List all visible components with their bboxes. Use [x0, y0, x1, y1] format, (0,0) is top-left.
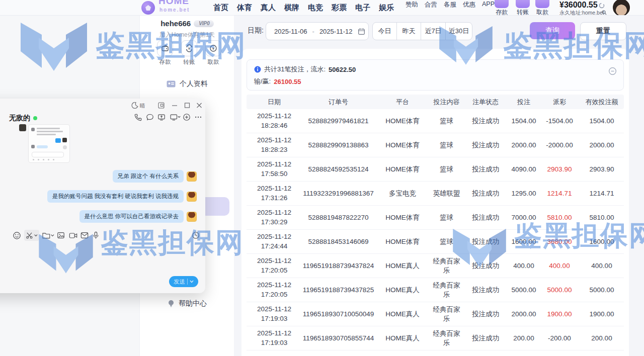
- screen-share-icon[interactable]: [157, 113, 166, 121]
- quick-link-1[interactable]: 合营: [425, 1, 437, 9]
- send-button[interactable]: 发送: [169, 276, 198, 287]
- sidebar-transfer-button[interactable]: ¥ 转账: [181, 40, 197, 66]
- date-to-value[interactable]: 2025-11-12: [319, 28, 353, 35]
- cell-datetime: 2025-11-1217:24:44: [247, 230, 302, 253]
- quick-link-3[interactable]: 优惠: [463, 1, 475, 9]
- microphone-icon[interactable]: [90, 230, 101, 241]
- cell-payout: 1214.71: [539, 182, 580, 205]
- topbar-deposit-label: 存款: [495, 8, 509, 16]
- emoji-icon[interactable]: [11, 230, 22, 241]
- refresh-balance-icon[interactable]: [599, 3, 605, 9]
- topbar-transfer-button[interactable]: 转账: [516, 0, 530, 16]
- reset-button[interactable]: 重置: [580, 22, 626, 40]
- range-today[interactable]: 今日: [373, 23, 396, 40]
- user-chat-avatar[interactable]: [187, 212, 197, 222]
- table-row: 2025-11-1218:28:465288829979461821HOME体育…: [247, 109, 624, 133]
- quoted-screenshot-image[interactable]: [28, 124, 70, 163]
- user-chat-avatar[interactable]: [187, 171, 197, 182]
- file-folder-icon[interactable]: [41, 230, 55, 241]
- cell-payout: 400.00: [539, 254, 580, 278]
- contact-avatar[interactable]: [19, 124, 26, 131]
- wallet-withdraw-icon: ¥: [205, 40, 221, 56]
- search-button[interactable]: 查询: [530, 22, 575, 39]
- date-range-input[interactable]: 2025-11-06 - 2025-11-12: [266, 22, 369, 40]
- cell-datetime: 2025-11-1217:20:05: [247, 254, 302, 278]
- quick-link-4[interactable]: APP: [482, 1, 495, 9]
- range-30days[interactable]: 近30日: [445, 23, 472, 40]
- chat-message-row: 兄弟 跟这个 有什么关系: [113, 170, 197, 183]
- voice-call-icon[interactable]: [134, 113, 142, 121]
- cell-bet-amount: 1295.00: [508, 182, 539, 205]
- screenshot-scissors-icon[interactable]: [24, 230, 39, 241]
- table-row: 2025-11-1217:20:051196519188739437824HOM…: [247, 254, 624, 278]
- table-row: 2025-11-1217:31:261119323291996881367多宝电…: [247, 182, 624, 206]
- video-icon[interactable]: [67, 230, 78, 241]
- cell-bet-content: 经典百家乐: [430, 254, 463, 278]
- chat-bubble-icon[interactable]: [146, 113, 154, 121]
- sidebar-username: hehe666: [160, 19, 191, 28]
- cell-datetime: 2025-11-1217:58:50: [247, 157, 302, 181]
- add-circle-icon[interactable]: [183, 113, 191, 121]
- weather-label: 晴: [140, 103, 145, 110]
- maximize-icon[interactable]: [184, 102, 190, 109]
- sidebar-item-help[interactable]: 帮助中心: [168, 299, 207, 308]
- nav-item-3[interactable]: 棋牌: [284, 3, 299, 13]
- message-card-icon[interactable]: [79, 230, 90, 241]
- cell-status: 投注成功: [463, 133, 508, 157]
- nav-item-2[interactable]: 真人: [261, 3, 276, 13]
- contact-header: 无敌的: [9, 114, 37, 123]
- transfer-icon: [516, 0, 530, 8]
- quick-link-2[interactable]: 各服: [444, 1, 456, 9]
- nav-item-5[interactable]: 彩票: [332, 3, 347, 13]
- cell-bet-content: 篮球: [430, 206, 463, 229]
- sidebar-item-profile[interactable]: 个人资料: [167, 79, 208, 88]
- sidebar-deposit-button[interactable]: 存款: [157, 40, 173, 66]
- message-input-area[interactable]: [6, 243, 199, 273]
- topbar-withdraw-button[interactable]: 取款: [535, 0, 549, 16]
- minimize-icon[interactable]: [172, 102, 178, 109]
- dark-mode-moon-icon[interactable]: [131, 102, 138, 109]
- cell-platform: HOME体育: [375, 230, 430, 253]
- quick-link-0[interactable]: 赞助: [406, 1, 418, 9]
- user-avatar[interactable]: [612, 0, 631, 16]
- table-row: 2025-11-1218:28:235288829909138863HOME体育…: [247, 133, 624, 157]
- send-options-chevron-icon[interactable]: [190, 280, 194, 283]
- nav-item-0[interactable]: 首页: [213, 3, 228, 13]
- nav-item-4[interactable]: 电竞: [308, 3, 323, 13]
- cell-platform: HOME体育: [375, 206, 430, 229]
- cell-bet-content: 经典百家乐: [430, 302, 463, 326]
- user-chat-avatar[interactable]: [187, 192, 197, 202]
- brand-logo-icon[interactable]: [141, 1, 155, 15]
- cell-status: 投注成功: [463, 302, 508, 326]
- cell-valid-amount: 1900.00: [580, 302, 624, 326]
- cell-order-number: 5288829909138863: [302, 133, 375, 157]
- chat-history-clock-icon[interactable]: [190, 230, 201, 241]
- date-from-value[interactable]: 2025-11-06: [274, 28, 307, 35]
- topbar-deposit-button[interactable]: 存款: [495, 0, 509, 16]
- cell-platform: HOME真人: [375, 278, 430, 302]
- close-icon[interactable]: [196, 102, 202, 109]
- range-yesterday[interactable]: 昨天: [396, 23, 421, 40]
- more-options-icon[interactable]: [194, 113, 202, 121]
- calendar-icon[interactable]: [358, 28, 365, 35]
- image-icon[interactable]: [55, 230, 66, 241]
- search-icon[interactable]: [602, 10, 607, 15]
- sidebar-withdraw-button[interactable]: ¥ 取款: [205, 40, 221, 66]
- cell-valid-amount: 1504.00: [580, 109, 624, 133]
- cell-platform: HOME体育: [375, 109, 430, 133]
- remote-control-icon[interactable]: [170, 113, 181, 121]
- send-button-label: 发送: [174, 278, 185, 286]
- main-nav: 首页体育真人棋牌电竞彩票电子娱乐: [213, 3, 394, 13]
- range-7days[interactable]: 近7日: [421, 23, 445, 40]
- cell-platform: HOME体育: [375, 157, 430, 181]
- nav-item-1[interactable]: 体育: [237, 3, 252, 13]
- cell-valid-amount: 1600.00: [580, 230, 624, 253]
- mini-window-icon[interactable]: [158, 102, 165, 109]
- column-header-7: 有效投注额: [580, 98, 624, 107]
- nav-item-6[interactable]: 电子: [355, 3, 370, 13]
- vip-badge: VIP0: [194, 20, 214, 27]
- nav-item-7[interactable]: 娱乐: [379, 3, 394, 13]
- summary-turnover-value: 50622.50: [329, 66, 356, 73]
- cell-order-number: 5288824592535124: [302, 157, 375, 181]
- collapse-summary-icon[interactable]: [609, 67, 616, 75]
